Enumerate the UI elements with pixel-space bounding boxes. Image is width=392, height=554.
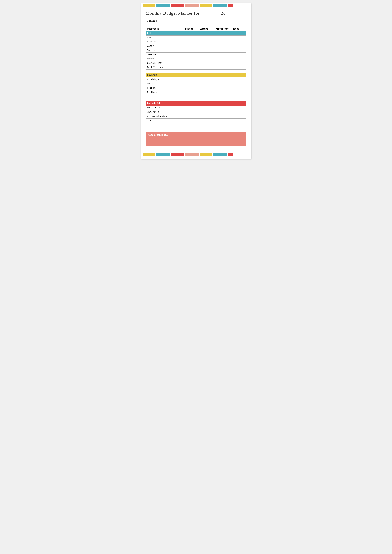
empty-row-1 (146, 23, 246, 27)
television-label: Television (146, 53, 184, 57)
bar-blue-1 (156, 4, 170, 7)
income-actual (199, 19, 214, 23)
bar-yellow-1 (142, 4, 155, 7)
list-item: Gas (146, 36, 246, 40)
list-item: Electric (146, 40, 246, 44)
list-item: Food/Drink (146, 106, 246, 110)
holiday-label: Holiday (146, 86, 184, 90)
col-outgoings: Outgoings (146, 27, 184, 31)
savings-label: Savings (146, 73, 246, 78)
income-row: Income: (146, 19, 246, 23)
council-tax-label: Council Tax (146, 61, 184, 65)
internet-label: Internet (146, 48, 184, 53)
bottom-bars (141, 152, 251, 156)
empty-row-2 (146, 70, 246, 73)
bar-bottom-blue-2 (213, 153, 227, 156)
list-item: Holiday (146, 86, 246, 90)
clothing-label: Clothing (146, 90, 184, 94)
list-item: Phone (146, 57, 246, 61)
bar-bottom-blue-1 (156, 153, 170, 156)
bar-yellow-2 (200, 4, 212, 7)
bar-bottom-yellow-2 (200, 153, 212, 156)
list-item: Insurance (146, 110, 246, 114)
bills-category-row: Bills (146, 31, 246, 36)
bar-bottom-red-2 (228, 153, 233, 156)
empty-row-5 (146, 123, 246, 126)
water-label: Water (146, 44, 184, 48)
birthdays-label: Birthdays (146, 78, 184, 82)
phone-label: Phone (146, 57, 184, 61)
income-label: Income: (146, 19, 184, 23)
bar-bottom-yellow-1 (142, 153, 155, 156)
window-cleaning-label: Window Cleaning (146, 114, 184, 119)
electric-label: Electric (146, 40, 184, 44)
page-title: Monthly Budget Planner for 20__ (146, 11, 246, 16)
list-item: Clothing (146, 90, 246, 94)
gas-label: Gas (146, 36, 184, 40)
bar-red-2 (228, 4, 233, 7)
budget-table: Income: Outgoings Budget Actual Differen… (146, 19, 246, 130)
rent-mortgage-label: Rent/Mortgage (146, 65, 184, 70)
bar-blue-2 (213, 4, 227, 7)
savings-category-row: Savings (146, 73, 246, 78)
bar-bottom-salmon-1 (185, 153, 199, 156)
list-item: Television (146, 53, 246, 57)
household-label: Household (146, 101, 246, 106)
title-year: 20__ (220, 11, 231, 16)
bar-red-1 (171, 4, 184, 7)
title-line (201, 15, 220, 15)
col-budget: Budget (184, 27, 199, 31)
food-drink-label: Food/Drink (146, 106, 184, 110)
income-diff (214, 19, 231, 23)
empty-row-6 (146, 126, 246, 130)
bar-bottom-red-1 (171, 153, 184, 156)
top-bars (141, 3, 251, 7)
bills-label: Bills (146, 31, 246, 36)
list-item: Internet (146, 48, 246, 53)
list-item: Water (146, 44, 246, 48)
title-prefix: Monthly Budget Planner for (146, 11, 201, 16)
list-item: Rent/Mortgage (146, 65, 246, 70)
list-item: Council Tax (146, 61, 246, 65)
col-difference: Difference (214, 27, 231, 31)
col-notes: Notes (231, 27, 246, 31)
col-actual: Actual (199, 27, 214, 31)
transport-label: Transport (146, 119, 184, 123)
list-item: Birthdays (146, 78, 246, 82)
insurance-label: Insurance (146, 110, 184, 114)
list-item: Window Cleaning (146, 114, 246, 119)
income-budget (184, 19, 199, 23)
empty-row-3 (146, 94, 246, 98)
household-category-row: Household (146, 101, 246, 106)
page: Monthly Budget Planner for 20__ Income: … (141, 3, 251, 159)
bar-salmon-1 (185, 4, 199, 7)
empty-row-4 (146, 98, 246, 101)
christmas-label: Christmas (146, 82, 184, 86)
column-header-row: Outgoings Budget Actual Difference Notes (146, 27, 246, 31)
notes-title: Notes/Comments (148, 134, 244, 136)
page-content: Monthly Budget Planner for 20__ Income: … (141, 7, 251, 149)
notes-section: Notes/Comments (146, 132, 246, 146)
list-item: Christmas (146, 82, 246, 86)
income-notes (231, 19, 246, 23)
list-item: Transport (146, 119, 246, 123)
